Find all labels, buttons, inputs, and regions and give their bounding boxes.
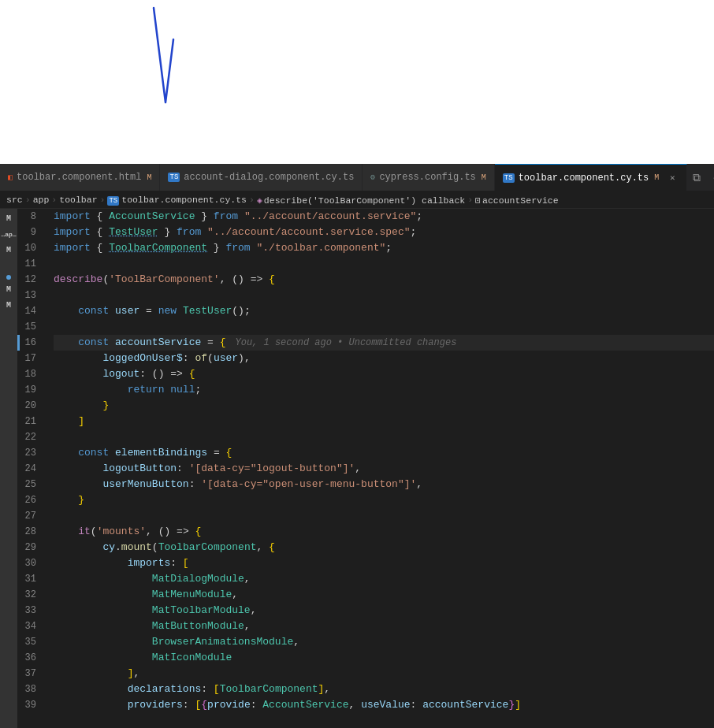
class-AccountService-39: AccountService [262,697,348,713]
code-line-25: userMenuButton: '[data-cy="open-user-men… [54,477,714,492]
keyword-import-10: import [54,240,91,256]
line-num-8: 8 [20,209,43,225]
dot-indicator [6,275,11,280]
keyword-return: return [128,382,165,398]
gear-icon: ⚙ [370,173,375,182]
line-num-21: 21 [20,414,43,429]
code-content[interactable]: import { AccountService } from "../accou… [50,209,714,728]
line-num-20: 20 [20,398,43,414]
class-MatToolbarModule: MatToolbarModule [152,603,251,618]
line-num-28: 28 [20,524,43,540]
split-editor-button[interactable]: ⧉ [687,168,706,187]
prop-useValue: useValue [361,697,410,713]
keyword-const-23: const [78,445,109,461]
sidebar-letter-m4[interactable]: M [0,297,17,313]
class-TestUser-14: TestUser [183,303,232,319]
line-num-29: 29 [20,540,43,555]
line-num-18: 18 [20,366,43,382]
line-num-13: 13 [20,288,43,303]
tab-toolbar-cy[interactable]: TS toolbar.component.cy.ts M ✕ [495,164,687,191]
tab-label: cypress.config.ts [379,172,475,183]
more-actions-button[interactable]: ··· [708,168,714,187]
var-accountService-39: accountService [422,697,508,713]
sidebar-letter-empty1 [0,258,17,273]
string-9: "../account/account.service.spec" [207,225,410,240]
line-num-35: 35 [20,634,43,650]
sidebar-letter-m1[interactable]: M [0,210,17,226]
breadcrumb-src[interactable]: src [6,195,23,205]
class-MatDialogModule: MatDialogModule [152,571,244,587]
tab-label: account-dialog.component.cy.ts [184,172,354,183]
string-24: '[data-cy="logout-button"]' [189,461,355,477]
sidebar-letter-m3[interactable]: M [0,281,17,297]
line-num-22: 22 [20,429,43,445]
code-line-26: } [54,492,714,508]
prop-declarations: declarations [128,682,202,697]
breadcrumb-describe[interactable]: ◈describe('ToolBarComponent') callback [257,195,465,206]
sidebar-letter-m2[interactable]: M [0,242,17,258]
html-icon: ◧ [8,173,13,182]
breadcrumb-toolbar[interactable]: toolbar [59,195,97,205]
code-line-17: loggedOnUser$: of(user), [54,351,714,366]
keyword-new-14: new [158,303,177,319]
line-num-39: 39 [20,697,43,713]
line-num-10: 10 [20,240,43,256]
tab-toolbar-html[interactable]: ◧ toolbar.component.html M [0,164,160,191]
class-MatIconModule: MatIconModule [152,650,232,666]
breadcrumb-file[interactable]: TStoolbar.component.cy.ts [107,195,247,205]
code-line-35: BrowserAnimationsModule, [54,634,714,650]
line-num-38: 38 [20,682,43,697]
code-line-19: return null; [54,382,714,398]
class-MatMenuModule: MatMenuModule [152,587,232,603]
code-line-10: import { ToolbarComponent } from "./tool… [54,240,714,256]
sidebar-letter-ap[interactable]: …ap… [0,226,17,242]
line-num-11: 11 [20,256,43,272]
line-num-36: 36 [20,650,43,666]
var-elementBindings: elementBindings [115,445,207,461]
tab-close-button[interactable]: ✕ [666,172,679,184]
string-10: "./toolbar.component" [256,240,385,256]
keyword-from-8: from [214,209,238,225]
breadcrumb-account-service[interactable]: ⊡accountService [475,195,559,206]
keyword-from-10: from [225,240,250,256]
tab-account-dialog[interactable]: TS account-dialog.component.cy.ts [160,164,363,191]
code-line-28: it('mounts', () => { [54,524,714,540]
line-num-34: 34 [20,618,43,634]
keyword-const-16: const [78,335,109,351]
tab-bar: ◧ toolbar.component.html M TS account-di… [0,164,714,191]
code-line-18: logout: () => { [54,366,714,382]
tab-cypress-config[interactable]: ⚙ cypress.config.ts M [363,164,494,191]
keyword-const-14: const [78,303,109,319]
drawing-area [0,0,714,164]
prop-providers: providers [128,697,183,713]
class-ToolbarComponent-38: ToolbarComponent [220,682,318,697]
code-line-20: } [54,398,714,414]
prop-provide: provide [207,697,251,713]
keyword-import-9: import [54,225,91,240]
code-line-23: const elementBindings = { [54,445,714,461]
tab-modified-indicator: M [482,173,486,182]
editor: M …ap… M M M [0,209,714,728]
tab-label: toolbar.component.cy.ts [519,173,649,184]
line-num-26: 26 [20,492,43,508]
breadcrumb-app[interactable]: app [33,195,50,205]
line-num-17: 17 [20,351,43,366]
string-12: 'ToolBarComponent' [109,272,219,288]
tab-bar-actions: ⧉ ··· [687,168,714,187]
var-cy: cy [102,540,115,555]
code-line-32: MatMenuModule, [54,587,714,603]
line-num-24: 24 [20,461,43,477]
class-ToolbarComponent: ToolbarComponent [109,240,207,256]
code-line-33: MatToolbarModule, [54,603,714,618]
line-num-25: 25 [20,477,43,492]
sidebar-icons: M …ap… M M M [0,209,17,728]
line-num-32: 32 [20,587,43,603]
var-user: user [115,303,139,319]
code-line-36: MatIconModule [54,650,714,666]
code-line-14: const user = new TestUser(); [54,303,714,319]
code-line-29: cy.mount(ToolbarComponent, { [54,540,714,555]
prop-imports: imports [128,555,171,571]
prop-logoutButton: logoutButton [102,461,177,477]
code-line-24: logoutButton: '[data-cy="logout-button"]… [54,461,714,477]
line-numbers: 8 9 10 11 12 13 14 15 16 17 18 19 20 21 … [20,209,50,728]
